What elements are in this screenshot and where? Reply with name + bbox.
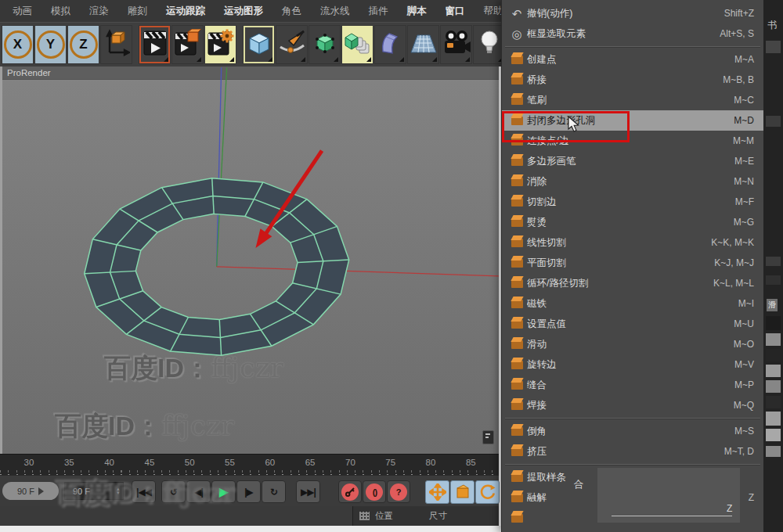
context-menu-item-close-polygon-hole[interactable]: 封闭多边形孔洞M~D: [502, 110, 763, 131]
connect-points-icon: [507, 137, 527, 146]
keyframe-help-button[interactable]: ?: [387, 480, 410, 503]
record-keyframe-button[interactable]: [338, 480, 362, 503]
context-menu-item-rotate-edge[interactable]: 旋转边M~V: [502, 354, 763, 375]
context-menu-item-magnet[interactable]: 磁铁M~I: [502, 293, 763, 314]
context-menu-item-create-point[interactable]: 创建点M~A: [502, 49, 763, 70]
deformer-button[interactable]: [374, 25, 406, 64]
menu-item-label: 倒角: [527, 425, 734, 438]
grid-icon: [359, 512, 370, 520]
loop-back-button[interactable]: ↺: [161, 480, 186, 503]
render-settings-button[interactable]: [204, 25, 236, 64]
ghost-partial-shortcut: Z: [727, 503, 732, 514]
context-menu-item-slide[interactable]: 滑动M~O: [502, 334, 763, 354]
coordinate-axes-icon: [103, 29, 130, 60]
camera-icon: [442, 30, 471, 59]
scale-tool-button[interactable]: [450, 480, 474, 504]
autokey-parens-icon: ( ): [366, 483, 383, 501]
next-frame-button[interactable]: |▶: [236, 480, 261, 503]
menubar-item-render[interactable]: 渲染: [80, 5, 118, 18]
right-strip-block: [766, 412, 781, 426]
timeline-ruler[interactable]: 303540455055606570758085: [0, 454, 499, 475]
context-menu-item-brush[interactable]: 笔刷M~C: [502, 90, 763, 110]
ruler-tick-30: 30: [24, 458, 34, 467]
goto-end-button[interactable]: ▶▶|: [296, 480, 320, 503]
right-strip-block: [766, 316, 781, 330]
viewport-canvas[interactable]: [2, 66, 499, 454]
context-menu-item-plane-cut[interactable]: 平面切割K~J, M~J: [502, 253, 763, 273]
menubar-item-script[interactable]: 脚本: [398, 5, 436, 18]
viewport[interactable]: ProRender: [0, 66, 499, 454]
menubar-item-window[interactable]: 窗口: [436, 5, 474, 18]
rotate-tool-button[interactable]: [475, 480, 500, 504]
context-menu-item-partial-item[interactable]: [502, 508, 763, 528]
floor-button[interactable]: [407, 25, 439, 64]
right-strip-block: [766, 257, 781, 266]
menubar-item-pipeline[interactable]: 流水线: [311, 5, 359, 18]
menu-item-shortcut: M~T, D: [724, 446, 754, 457]
autokey-button[interactable]: ( ): [363, 480, 386, 503]
right-strip-block: [766, 365, 781, 377]
goto-start-button[interactable]: |◀◀: [132, 480, 156, 503]
axis-z-button[interactable]: Z: [67, 25, 99, 64]
right-strip-block: [766, 349, 781, 361]
context-menu-item-cut-edge[interactable]: 切割边M~F: [502, 192, 763, 212]
menubar-item-motion-tracker[interactable]: 运动跟踪: [157, 5, 215, 18]
current-frame-field[interactable]: 90 F ▲▼: [64, 482, 124, 500]
context-menu-item-frame-selected-elements[interactable]: ◎框显选取元素Alt+S, S: [502, 23, 763, 44]
axis-y-button[interactable]: Y: [34, 25, 67, 64]
context-menu-item-extract-spline[interactable]: 提取样条: [502, 467, 763, 487]
menubar-item-plugins[interactable]: 插件: [359, 5, 398, 18]
menu-item-shortcut: M~C: [734, 95, 754, 106]
context-menu-item-line-cut[interactable]: 线性切割K~K, M~K: [502, 232, 763, 253]
context-menu-item-weld[interactable]: 焊接M~Q: [502, 395, 763, 415]
viewport-corner-icon[interactable]: [482, 430, 494, 444]
menu-item-shortcut: M~O: [734, 339, 754, 350]
menubar-item-animation[interactable]: 动画: [3, 5, 41, 18]
axis-x-button[interactable]: X: [2, 25, 34, 64]
primitive-cube-button[interactable]: [243, 25, 275, 64]
context-menu-item-stitch-and-sew[interactable]: 缝合M~P: [502, 375, 763, 395]
right-strip-block: [766, 396, 781, 408]
context-menu-item-polygon-pen[interactable]: 多边形画笔M~E: [502, 151, 763, 171]
frame-spinner[interactable]: ▲▼: [116, 487, 121, 495]
context-menu-item-undo-action[interactable]: ↶撤销(动作)Shift+Z: [502, 3, 763, 23]
menu-separator: [502, 44, 763, 49]
menu-item-shortcut: M~M: [733, 135, 754, 146]
stitch-icon: [507, 381, 527, 390]
context-menu-item-dissolve[interactable]: 消除M~N: [502, 171, 763, 192]
menubar-item-simulate[interactable]: 模拟: [41, 5, 80, 18]
ghost-overlay-char: 合: [574, 478, 584, 491]
coordinates-bar: 位置 尺寸: [352, 506, 499, 526]
previous-frame-button[interactable]: ◀|: [186, 480, 211, 503]
menubar-item-sculpt[interactable]: 雕刻: [118, 5, 157, 18]
light-button[interactable]: [473, 25, 505, 64]
context-menu-item-loop-path-cut[interactable]: 循环/路径切割K~L, M~L: [502, 273, 763, 293]
context-menu-item-set-point-value[interactable]: 设置点值M~U: [502, 314, 763, 334]
instance-array-button[interactable]: [341, 25, 373, 64]
menubar-item-mograph[interactable]: 运动图形: [215, 5, 272, 18]
menu-item-label: 缝合: [527, 379, 734, 392]
spline-pen-button[interactable]: [276, 25, 308, 64]
coordinate-system-button[interactable]: [100, 25, 132, 64]
context-menu-item-iron[interactable]: 熨烫M~G: [502, 212, 763, 232]
context-menu-item-bridge[interactable]: 桥接M~B, B: [502, 70, 763, 90]
render-view-button[interactable]: [139, 25, 171, 64]
play-button[interactable]: ▶: [211, 480, 236, 503]
right-strip-block: [766, 333, 781, 346]
context-menu-item-extrude[interactable]: 挤压M~T, D: [502, 441, 763, 462]
move-tool-button[interactable]: [425, 480, 449, 504]
extrude-icon: [507, 448, 527, 456]
floor-grid-icon: [410, 31, 438, 59]
context-menu-item-melt[interactable]: 融解Z: [502, 487, 763, 508]
preview-range-slider[interactable]: 90 F: [2, 482, 59, 500]
right-strip-block: [766, 275, 781, 285]
loop-forward-button[interactable]: ↻: [262, 480, 286, 503]
range-label: 90 F: [17, 487, 34, 496]
context-menu-item-connect-points-edges[interactable]: 连接点/边M~M: [502, 131, 763, 151]
render-picture-viewer-button[interactable]: [171, 25, 204, 64]
subdivision-surface-button[interactable]: [309, 25, 341, 64]
camera-button[interactable]: [440, 25, 472, 64]
context-menu-item-bevel[interactable]: 倒角M~S: [502, 421, 763, 441]
status-bar: [0, 506, 352, 526]
menubar-item-character[interactable]: 角色: [272, 5, 311, 18]
